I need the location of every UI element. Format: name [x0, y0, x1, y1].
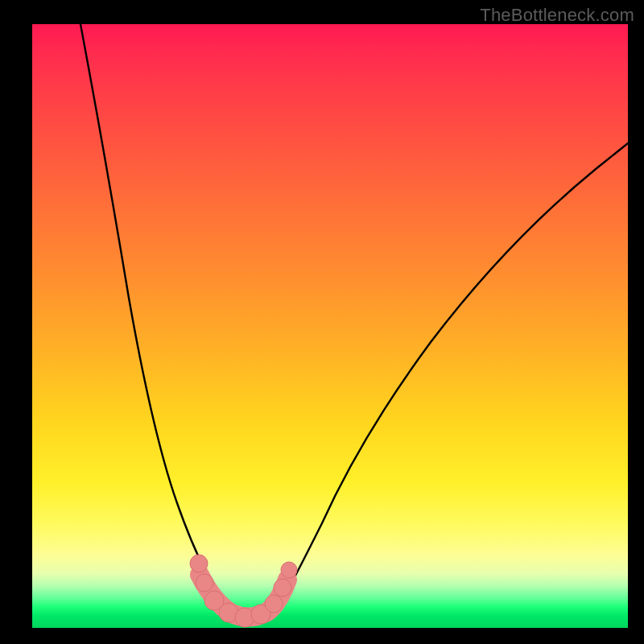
caterpillar-dot — [265, 595, 283, 613]
curve-layer — [32, 24, 628, 628]
caterpillar-dot — [196, 574, 213, 592]
caterpillar-dot — [274, 579, 291, 597]
chart-frame: TheBottleneck.com — [0, 0, 644, 644]
watermark-text: TheBottleneck.com — [480, 5, 634, 26]
plot-area — [32, 24, 628, 628]
caterpillar-dots — [190, 555, 297, 627]
right-bottleneck-curve — [274, 143, 628, 616]
caterpillar-dot — [281, 562, 297, 578]
caterpillar-dot — [190, 555, 208, 572]
left-bottleneck-curve — [80, 24, 237, 616]
